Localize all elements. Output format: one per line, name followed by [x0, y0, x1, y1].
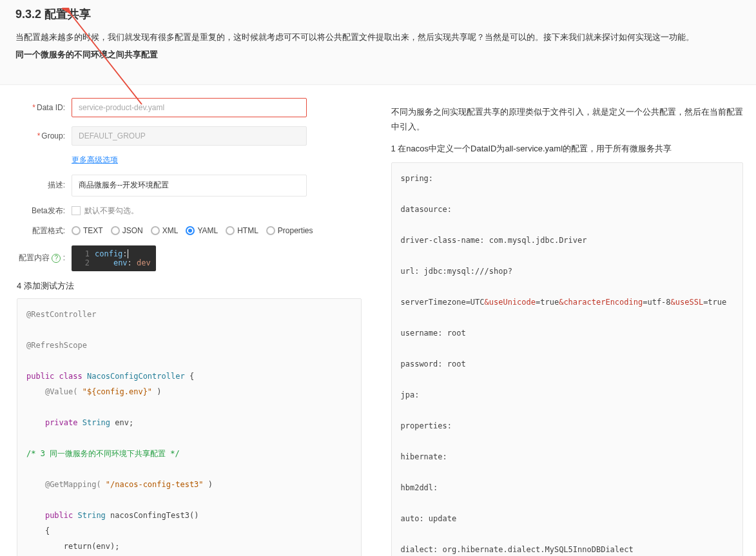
- intro-header: 9.3.2 配置共享 当配置越来越多的时候，我们就发现有很多配置是重复的，这时候…: [0, 0, 756, 85]
- format-text[interactable]: TEXT: [72, 226, 103, 235]
- format-xml[interactable]: XML: [151, 226, 179, 235]
- yaml-block-1: spring: datasource: driver-class-name: c…: [391, 162, 744, 556]
- format-json[interactable]: JSON: [111, 226, 143, 235]
- format-yaml[interactable]: YAML: [186, 226, 218, 235]
- right-step-1: 1 在nacos中定义一个DataID为all-service.yaml的配置，…: [391, 141, 744, 156]
- desc-input[interactable]: [72, 175, 307, 197]
- format-properties[interactable]: Properties: [266, 226, 313, 235]
- section-title: 9.3.2 配置共享: [15, 6, 741, 22]
- group-label: *Group:: [17, 131, 72, 140]
- right-intro: 不同为服务之间实现配置共享的原理类似于文件引入，就是定义一个公共配置，然后在当前…: [391, 104, 744, 135]
- intro-subheading: 同一个微服务的不同环境之间共享配置: [15, 47, 741, 62]
- beta-hint: 默认不要勾选。: [84, 206, 139, 216]
- group-input[interactable]: [72, 126, 307, 146]
- java-code-block: @RestController @RefreshScope public cla…: [17, 298, 362, 556]
- step-4-title: 4 添加测试方法: [17, 280, 362, 292]
- title-text: 9.3.2 配置共享: [15, 8, 91, 21]
- advanced-options-link[interactable]: 更多高级选项: [72, 155, 118, 166]
- dataid-input[interactable]: [72, 98, 307, 117]
- beta-label: Beta发布:: [17, 206, 72, 216]
- format-radio-group: TEXT JSON XML YAML HTML Properties: [72, 226, 313, 235]
- format-html[interactable]: HTML: [226, 226, 258, 235]
- dataid-label: *Data ID:: [17, 103, 72, 112]
- yaml-editor[interactable]: 1config: 2 env: dev: [72, 245, 156, 271]
- intro-paragraph: 当配置越来越多的时候，我们就发现有很多配置是重复的，这时候就考虑可不可以将公共配…: [15, 30, 741, 44]
- desc-label: 描述:: [17, 180, 72, 191]
- right-column: 不同为服务之间实现配置共享的原理类似于文件引入，就是定义一个公共配置，然后在当前…: [378, 85, 757, 556]
- help-icon[interactable]: ?: [52, 254, 61, 263]
- beta-checkbox[interactable]: [72, 206, 81, 215]
- content-label: 配置内容? :: [17, 253, 72, 264]
- format-label: 配置格式:: [17, 225, 72, 236]
- left-column: *Data ID: *Group: 更多高级选项 描述: Beta发布: 默认不…: [0, 85, 378, 556]
